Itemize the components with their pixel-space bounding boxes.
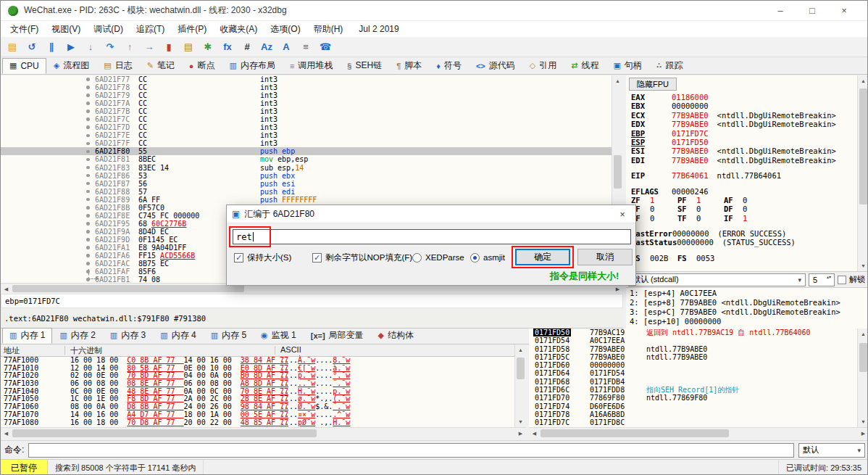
radio-dot[interactable]: [412, 253, 422, 263]
register-row[interactable]: EBP0171FD7C: [626, 129, 857, 138]
tab-log[interactable]: ▤日志: [96, 58, 139, 74]
disasm-row[interactable]: 6AD21F7DCCint3: [1, 123, 612, 131]
menu-item-plugins[interactable]: 插件(P): [171, 23, 213, 36]
tab-seh-chain[interactable]: §SEH链: [340, 58, 389, 74]
register-row[interactable]: LastStatus00000000(STATUS_SUCCESS): [626, 238, 857, 247]
register-row[interactable]: ZF1PF1AF0: [626, 196, 857, 205]
dump-header-hex[interactable]: 十六进制: [70, 345, 102, 356]
register-row[interactable]: ECX77B9ABE0<ntdll.DbgUiRemoteBreakin>: [626, 111, 857, 120]
tab-notes[interactable]: ✎笔记: [140, 58, 182, 74]
tab-references[interactable]: ◇引用: [522, 58, 564, 74]
menu-item-trace[interactable]: 追踪(T): [130, 23, 171, 36]
tab-symbols[interactable]: ♦符号: [429, 58, 469, 74]
stack-row[interactable]: 0171FD6C0171FDD8指向SEH_Record[1]的指针: [529, 386, 857, 394]
dump-scrollbar-horizontal[interactable]: [1, 427, 526, 439]
tab-source[interactable]: <>源代码: [469, 58, 522, 74]
tab-call-stack[interactable]: ≡调用堆栈: [283, 58, 340, 74]
argument-row[interactable]: 1: [esp+4] A0C17EEA: [626, 289, 868, 298]
disasm-row[interactable]: 6AD21F7ACCint3: [1, 99, 612, 107]
argument-row[interactable]: 2: [esp+8] 77B9ABE0 <ntdll.DbgUiRemoteBr…: [626, 298, 868, 307]
disasm-row[interactable]: 6AD21F8055push ebp: [1, 147, 612, 155]
scroll-thumb[interactable]: [12, 429, 317, 437]
checkbox-box[interactable]: [234, 253, 243, 263]
register-row[interactable]: EAX01186000: [626, 93, 857, 102]
disasm-row[interactable]: 6AD21F8756push esi: [1, 180, 612, 188]
tab-graph[interactable]: ◈流程图: [46, 58, 96, 74]
radio-dot[interactable]: [470, 253, 480, 263]
menu-item-options[interactable]: 选项(O): [264, 23, 306, 36]
tab-memory-map[interactable]: ▥内存布局: [222, 58, 283, 74]
register-row[interactable]: ESP0171FD50: [626, 138, 857, 146]
register-row[interactable]: EBX00000000: [626, 102, 857, 110]
preferences-az-icon[interactable]: Az: [258, 39, 275, 55]
register-row[interactable]: ESI77B9ABE0<ntdll.DbgUiRemoteBreakin>: [626, 146, 857, 155]
remote-phone-icon[interactable]: ☎: [317, 39, 334, 55]
arguments-pane[interactable]: 1: [esp+4] A0C17EEA2: [esp+8] 77B9ABE0 <…: [626, 287, 868, 329]
calculator-icon[interactable]: #: [238, 39, 256, 55]
tab-breakpoints[interactable]: ●断点: [182, 58, 222, 74]
stack-row[interactable]: 0171FD74D60FE6D6: [529, 402, 857, 410]
register-row[interactable]: EDI77B9ABE0<ntdll.DbgUiRemoteBreakin>: [626, 156, 857, 165]
tab-struct[interactable]: ◆结构体: [371, 328, 421, 344]
xedparse-radio[interactable]: XEDParse: [412, 251, 464, 264]
stack-pane[interactable]: 0171FD5077B9AC19返回到 ntdll.77B9AC19 自 ntd…: [529, 329, 857, 427]
stack-row[interactable]: 0171FD5877B9ABE0ntdll.77B9ABE0: [529, 345, 857, 353]
argument-count-spinner[interactable]: 5: [809, 273, 835, 286]
menu-item-help[interactable]: 帮助(H): [307, 23, 350, 36]
scroll-thumb[interactable]: [859, 343, 867, 372]
scroll-thumb[interactable]: [517, 358, 525, 379]
register-row[interactable]: EIP77B64061ntdll.77B64061: [626, 171, 857, 180]
disasm-row[interactable]: 6AD21F78CCint3: [1, 83, 612, 91]
stack-row[interactable]: 0171FD6000000000: [529, 361, 857, 369]
dump-row[interactable]: 77AF108016 00 18 00 70 D8 AF 77 20 00 22…: [1, 419, 514, 427]
stack-row[interactable]: 0171FD78A16A6B8D: [529, 410, 857, 418]
disasm-row[interactable]: 6AD21F7ECCint3: [1, 131, 612, 139]
dialog-close-icon[interactable]: [614, 209, 630, 220]
menu-item-favourites[interactable]: 收藏夹(A): [213, 23, 264, 36]
tab-watch-1[interactable]: ◉监视 1: [254, 328, 304, 344]
scroll-up-button[interactable]: [515, 344, 526, 355]
stack-scrollbar-vertical[interactable]: [857, 329, 868, 427]
scroll-thumb[interactable]: [614, 155, 622, 189]
menu-item-file[interactable]: 文件(F): [4, 23, 45, 36]
nop-fill-checkbox[interactable]: 剩余字节以NOP填充(F): [312, 251, 412, 264]
disasm-row[interactable]: 6AD21F7CCCint3: [1, 115, 612, 123]
scroll-down-button[interactable]: [858, 416, 868, 427]
stack-row[interactable]: 0171FD7C0171FD8C: [529, 418, 857, 426]
scroll-thumb[interactable]: [12, 285, 244, 292]
tab-dump-3[interactable]: ▥内存 3: [103, 328, 153, 344]
close-button[interactable]: ×: [828, 1, 860, 20]
settings-gear-icon[interactable]: ✱: [199, 39, 217, 55]
scroll-left-button[interactable]: [1, 428, 12, 439]
register-row[interactable]: LastError00000000(ERROR_SUCCESS): [626, 229, 857, 238]
disasm-row[interactable]: 6AD21F8857push edi: [1, 188, 612, 196]
registers-pane[interactable]: 隐藏FPU EAX01186000EBX00000000ECX77B9ABE0<…: [626, 75, 857, 271]
stack-scrollbar-horizontal[interactable]: [529, 427, 868, 439]
unlock-checkbox[interactable]: 解锁: [838, 274, 867, 285]
argument-row[interactable]: 4: [esp+10] 00000000: [626, 317, 868, 326]
stack-row[interactable]: 0171FD680171FDB4: [529, 378, 857, 386]
register-row[interactable]: OF0SF0DF0: [626, 205, 857, 213]
checkbox-box[interactable]: [838, 276, 846, 284]
tab-threads[interactable]: ⇄线程: [564, 58, 606, 74]
command-mode-combobox[interactable]: 默认: [798, 443, 865, 458]
register-row[interactable]: CF0TF0IF1: [626, 214, 857, 223]
restart-icon[interactable]: ↺: [23, 39, 41, 55]
tab-dump-4[interactable]: ▥内存 4: [153, 328, 203, 344]
tab-dump-2[interactable]: ▥内存 2: [52, 328, 102, 344]
stack-row[interactable]: 0171FD54A0C17EEA: [529, 336, 857, 344]
tab-script[interactable]: ¶脚本: [389, 58, 429, 74]
cancel-button[interactable]: 取消: [577, 249, 633, 265]
disasm-row[interactable]: 6AD21F8653push ebx: [1, 172, 612, 180]
run-icon[interactable]: ▶: [62, 39, 80, 55]
stack-row[interactable]: 0171FD5077B9AC19返回到 ntdll.77B9AC19 自 ntd…: [529, 329, 857, 336]
font-icon[interactable]: A: [277, 39, 295, 55]
tab-dump-5[interactable]: ▥内存 5: [204, 328, 254, 344]
stack-row[interactable]: 0171FD7077869F80ntdll.77869F80: [529, 394, 857, 402]
disasm-row[interactable]: 6AD21F7FCCint3: [1, 139, 612, 147]
step-into-icon[interactable]: ↓: [82, 39, 99, 55]
menu-item-view[interactable]: 视图(V): [45, 23, 87, 36]
minimize-button[interactable]: –: [764, 1, 796, 20]
register-row[interactable]: EFLAGS00000246: [626, 187, 857, 196]
scroll-left-button[interactable]: [529, 428, 540, 439]
